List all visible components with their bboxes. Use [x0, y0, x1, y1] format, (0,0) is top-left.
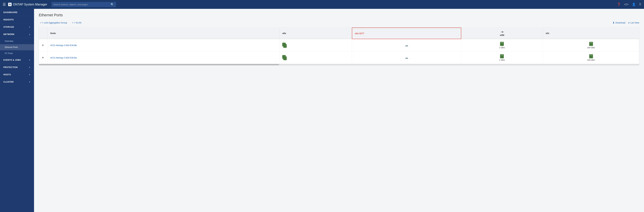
menu-icon[interactable]: ☰ [3, 2, 6, 6]
user-icon[interactable]: 👤 [632, 2, 636, 6]
chevron-down-icon: ▼ [29, 74, 31, 76]
list-icon: ≡ [628, 21, 630, 24]
main-layout: DASHBOARD INSIGHTS STORAGE ▼ NETWORK ▲ O… [0, 9, 644, 212]
link-icon: ⇢ [464, 30, 540, 34]
row1-node-cell: HCG-NetApp-C400-E9U9b [48, 39, 280, 51]
row2-e0c-cell: 100 GB/s [543, 51, 639, 64]
sidebar-item-protection[interactable]: PROTECTION ▼ [0, 64, 34, 71]
col-e0m: ⇢ e0M [461, 28, 543, 39]
top-navigation: ☰ N ONTAP System Manager 🔍 ❓ </> 👤 ⠿ [0, 0, 644, 9]
col-a0a: a0a [280, 28, 352, 39]
sidebar-item-insights[interactable]: INSIGHTS [0, 16, 34, 23]
port-connected-icon [282, 55, 287, 60]
cloud-icon: ☁ [404, 43, 408, 47]
sidebar-item-fc-ports[interactable]: FC Ports [0, 50, 34, 56]
main-content: Ethernet Ports + + Link Aggregation Grou… [34, 9, 644, 212]
expand-arrow-icon[interactable]: ▼ [42, 56, 44, 59]
download-icon: ⬇ [612, 21, 615, 24]
logo-area: N ONTAP System Manager [8, 3, 47, 6]
list-view-button[interactable]: ≡ List View [628, 21, 639, 24]
scrollbar-thumb[interactable] [39, 64, 279, 65]
horizontal-scrollbar[interactable] [39, 64, 639, 65]
sidebar-item-ethernet-ports[interactable]: Ethernet Ports [0, 44, 34, 50]
add-lag-button[interactable]: + + Link Aggregation Group [39, 21, 68, 25]
sidebar-item-events-jobs[interactable]: EVENTS & JOBS ▼ [0, 56, 34, 64]
search-icon: 🔍 [110, 3, 114, 6]
search-bar[interactable]: 🔍 [52, 2, 116, 7]
logo-icon: N [8, 3, 12, 6]
row2-expand-cell: ▼ [39, 51, 48, 64]
apps-icon[interactable]: ⠿ [639, 2, 641, 6]
row2-node-cell: HCG-NetApp-C400-E9U9a [48, 51, 280, 64]
table-row: ▼ HCG-NetApp-C400-E9U9a ☁ [39, 51, 639, 64]
page-title: Ethernet Ports [39, 13, 639, 17]
chevron-down-icon: ▼ [29, 81, 31, 83]
table-header-row: Node a0a a0a-3277 ⇢ e0M e0 [39, 28, 639, 39]
table-row: ▼ HCG-NetApp-C400-E9U9b ☁ [39, 39, 639, 51]
node1-link[interactable]: HCG-NetApp-C400-E9U9b [50, 44, 77, 47]
help-icon[interactable]: ❓ [617, 2, 621, 6]
port-e0m-icon: 1 GB/s [499, 42, 505, 49]
row1-expand-cell: ▼ [39, 39, 48, 51]
row2-e0m-cell: 1 GB/s [461, 51, 543, 64]
port-e0c-icon: 100 GB/s [587, 54, 595, 61]
row1-e0c-cell: 100 GB/s [543, 39, 639, 51]
col-e0c: e0c [543, 28, 639, 39]
search-input[interactable] [54, 3, 109, 6]
sidebar-item-dashboard[interactable]: DASHBOARD [0, 9, 34, 16]
plus-icon: + [40, 21, 42, 24]
download-button[interactable]: ⬇ Download [612, 21, 626, 24]
row1-a0a-cell [280, 39, 352, 51]
app-title: ONTAP System Manager [13, 3, 47, 6]
toolbar: + + Link Aggregation Group + + VLAN ⬇ Do… [39, 21, 639, 25]
sidebar-item-cluster[interactable]: CLUSTER ▼ [0, 78, 34, 86]
sidebar-item-storage[interactable]: STORAGE ▼ [0, 23, 34, 31]
code-icon[interactable]: </> [624, 3, 628, 6]
col-expand [39, 28, 48, 39]
chevron-down-icon: ▼ [29, 66, 31, 68]
right-icons: ❓ </> 👤 ⠿ [617, 2, 641, 6]
node2-link[interactable]: HCG-NetApp-C400-E9U9a [50, 56, 77, 59]
row1-e0m-cell: 1 GB/s [461, 39, 543, 51]
ethernet-ports-table: Node a0a a0a-3277 ⇢ e0M e0 [39, 27, 639, 65]
row2-a0a-cell [280, 51, 352, 64]
sidebar-item-overview[interactable]: Overview [0, 38, 34, 44]
add-vlan-button[interactable]: + + VLAN [70, 21, 83, 25]
sidebar: DASHBOARD INSIGHTS STORAGE ▼ NETWORK ▲ O… [0, 9, 34, 212]
toolbar-right: ⬇ Download ≡ List View [612, 21, 639, 24]
chevron-down-icon: ▼ [29, 59, 31, 61]
plus-icon: + [72, 21, 73, 24]
row2-a0a3277-cell: ☁ [352, 51, 461, 64]
sidebar-item-hosts[interactable]: HOSTS ▼ [0, 71, 34, 78]
cloud-icon: ☁ [404, 55, 408, 60]
chevron-down-icon: ▼ [29, 26, 31, 28]
col-a0a-3277: a0a-3277 [352, 28, 461, 39]
port-e0c-icon: 100 GB/s [587, 42, 595, 49]
row1-a0a3277-cell: ☁ [352, 39, 461, 51]
port-connected-icon [282, 43, 287, 48]
chevron-up-icon: ▲ [29, 33, 31, 35]
expand-arrow-icon[interactable]: ▼ [42, 44, 44, 47]
sidebar-item-network[interactable]: NETWORK ▲ [0, 31, 34, 38]
col-node: Node [48, 28, 280, 39]
port-e0m-icon: 1 GB/s [499, 54, 505, 61]
